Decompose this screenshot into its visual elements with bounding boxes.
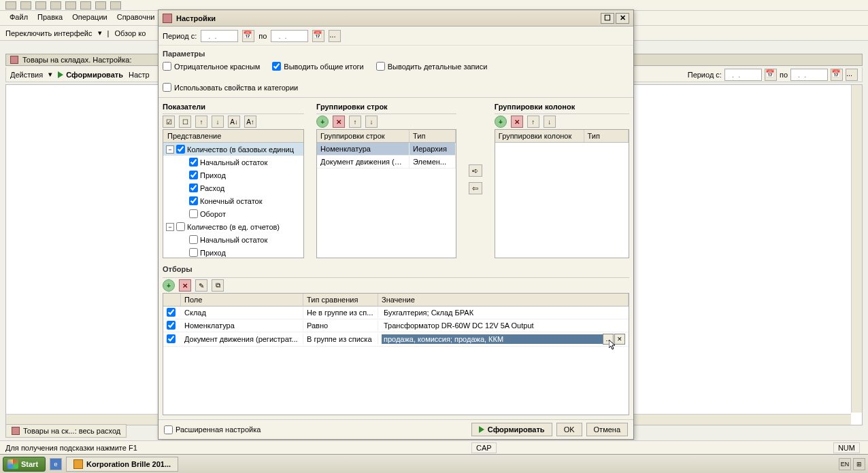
taskbar-app-button[interactable]: Korporation Brille 201... xyxy=(66,457,178,472)
group-row-item[interactable]: Документ движения (рег...Элемен... xyxy=(317,156,456,169)
add-group-col-button[interactable]: + xyxy=(495,116,507,128)
filter-edit-button[interactable]: ✎ xyxy=(195,279,207,292)
copy-icon[interactable] xyxy=(65,1,76,10)
menu-edit[interactable]: Правка xyxy=(37,13,63,23)
close-button[interactable]: ✕ xyxy=(616,13,629,24)
indicator-checkbox[interactable] xyxy=(189,235,198,244)
dlg-from-calendar-icon[interactable]: 📅 xyxy=(242,30,254,42)
dialog-generate-button[interactable]: Сформировать xyxy=(471,423,552,436)
tree-expander-icon[interactable]: − xyxy=(166,145,174,154)
indicator-checkbox[interactable] xyxy=(176,145,185,154)
actions-dropdown[interactable]: Действия xyxy=(10,71,43,79)
print-icon[interactable] xyxy=(95,1,106,10)
delete-filter-button[interactable]: ✕ xyxy=(179,279,191,292)
tree-expander-icon[interactable]: − xyxy=(166,223,174,231)
use-properties-checkbox[interactable]: Использовать свойства и категории xyxy=(163,83,298,92)
indicator-row[interactable]: Начальный остаток xyxy=(163,156,303,169)
period-to-calendar-icon[interactable]: 📅 xyxy=(831,69,843,81)
group-rows-label: Группировки строк xyxy=(316,101,456,114)
group-col-down-button[interactable]: ↓ xyxy=(544,116,556,128)
indicator-row[interactable]: Приход xyxy=(163,169,303,181)
delete-group-row-button[interactable]: ✕ xyxy=(333,116,345,128)
check-all-button[interactable]: ☑ xyxy=(163,116,175,128)
indicator-checkbox[interactable] xyxy=(176,222,185,231)
add-group-row-button[interactable]: + xyxy=(316,116,329,128)
filter-checkbox[interactable] xyxy=(167,334,176,343)
menu-file[interactable]: Файл xyxy=(10,13,28,23)
value-select-button[interactable]: ... xyxy=(603,334,614,345)
indicator-checkbox[interactable] xyxy=(189,209,198,218)
show-totals-checkbox[interactable]: Выводить общие итоги xyxy=(272,62,363,71)
show-details-checkbox[interactable]: Выводить детальные записи xyxy=(376,62,488,71)
group-row-up-button[interactable]: ↑ xyxy=(349,116,361,128)
filter-copy-button[interactable]: ⧉ xyxy=(212,279,224,292)
sort-asc-button[interactable]: A↓ xyxy=(228,116,240,128)
filter-row[interactable]: СкладНе в группе из сп...Бухгалтерия; Ск… xyxy=(163,306,629,319)
indicator-row[interactable]: −Количество (в базовых единиц xyxy=(163,143,303,156)
period-from-input[interactable] xyxy=(724,69,762,81)
document-tab[interactable]: Товары на ск...: весь расход xyxy=(5,424,127,438)
generate-button[interactable]: Сформировать xyxy=(58,71,123,79)
ok-button[interactable]: OK xyxy=(556,423,582,436)
menu-operations[interactable]: Операции xyxy=(72,13,107,23)
group-row-down-button[interactable]: ↓ xyxy=(365,116,378,128)
indicators-tree[interactable]: Представление −Количество (в базовых еди… xyxy=(163,129,304,258)
tray-lang[interactable]: EN xyxy=(839,458,851,470)
open-icon[interactable] xyxy=(20,1,31,10)
save-icon[interactable] xyxy=(35,1,46,10)
filter-row[interactable]: Документ движения (регистрат...В группе … xyxy=(163,332,629,347)
group-row-item[interactable]: НоменклатураИерархия xyxy=(317,143,456,156)
cut-icon[interactable] xyxy=(50,1,61,10)
filters-grid[interactable]: Поле Тип сравнения Значение СкладНе в гр… xyxy=(163,293,629,415)
extended-setup-checkbox[interactable]: Расширенная настройка xyxy=(164,425,261,434)
move-left-button[interactable]: ⇦ xyxy=(469,182,482,194)
value-clear-button[interactable]: ✕ xyxy=(614,334,625,345)
indicator-checkbox[interactable] xyxy=(189,171,198,179)
overview-button[interactable]: Обзор ко xyxy=(114,29,146,37)
indicator-row[interactable]: Приход xyxy=(163,246,303,258)
switch-interface-button[interactable]: Переключить интерфейс xyxy=(5,29,93,37)
dialog-titlebar[interactable]: Настройки ☐ ✕ xyxy=(158,10,633,27)
period-to-input[interactable] xyxy=(790,69,828,81)
cancel-button[interactable]: Отмена xyxy=(586,423,628,436)
dlg-period-from-input[interactable] xyxy=(201,30,238,42)
ie-icon[interactable]: e xyxy=(50,458,62,470)
add-filter-button[interactable]: + xyxy=(163,279,175,292)
indicator-row[interactable]: Начальный остаток xyxy=(163,233,303,246)
maximize-button[interactable]: ☐ xyxy=(601,13,614,24)
indicator-checkbox[interactable] xyxy=(189,248,198,257)
indicator-row[interactable]: Оборот xyxy=(163,207,303,220)
period-select-button[interactable]: ... xyxy=(846,69,858,81)
filter-checkbox[interactable] xyxy=(167,321,176,330)
move-up-button[interactable]: ↑ xyxy=(195,116,207,128)
move-down-button[interactable]: ↓ xyxy=(212,116,224,128)
dlg-period-select-button[interactable]: ... xyxy=(329,30,341,42)
indicator-row[interactable]: Конечный остаток xyxy=(163,194,303,207)
vertical-scrollbar[interactable] xyxy=(851,85,862,413)
move-right-button[interactable]: ➪ xyxy=(469,164,482,177)
sort-desc-button[interactable]: A↑ xyxy=(244,116,256,128)
filter-checkbox[interactable] xyxy=(167,308,176,317)
indicator-row[interactable]: −Количество (в ед. отчетов) xyxy=(163,220,303,233)
uncheck-all-button[interactable]: ☐ xyxy=(179,116,191,128)
indicator-checkbox[interactable] xyxy=(189,196,198,205)
group-rows-grid[interactable]: Группировки строк Тип НоменклатураИерарх… xyxy=(316,129,456,258)
indicator-row[interactable]: Расход xyxy=(163,181,303,194)
negative-red-checkbox[interactable]: Отрицательное красным xyxy=(163,62,260,71)
setup-button[interactable]: Настр xyxy=(129,71,150,79)
dlg-to-calendar-icon[interactable]: 📅 xyxy=(312,30,324,42)
dlg-period-to-input[interactable] xyxy=(271,30,308,42)
new-icon[interactable] xyxy=(5,1,16,10)
delete-group-col-button[interactable]: ✕ xyxy=(511,116,523,128)
group-cols-grid[interactable]: Группировки колонок Тип xyxy=(495,129,629,258)
indicator-checkbox[interactable] xyxy=(189,183,198,192)
undo-icon[interactable] xyxy=(110,1,121,10)
tray-icon[interactable]: ⊞ xyxy=(853,458,865,470)
paste-icon[interactable] xyxy=(80,1,91,10)
start-button[interactable]: Start xyxy=(3,457,46,472)
group-col-up-button[interactable]: ↑ xyxy=(527,116,539,128)
indicator-checkbox[interactable] xyxy=(189,158,198,167)
menu-reference[interactable]: Справочни xyxy=(117,13,155,23)
filter-row[interactable]: НоменклатураРавноТрансформатор DR-60W DC… xyxy=(163,319,629,332)
period-from-calendar-icon[interactable]: 📅 xyxy=(765,69,777,81)
